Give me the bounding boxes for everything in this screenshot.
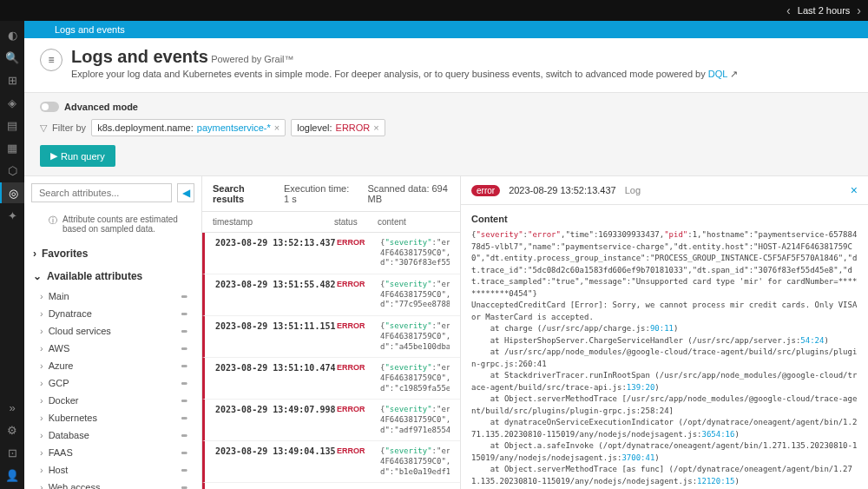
rail-icon-user[interactable]: 👤 — [0, 465, 24, 486]
chip-close-icon[interactable]: × — [274, 122, 279, 133]
detail-type: Log — [625, 185, 641, 195]
col-content[interactable]: content — [378, 217, 450, 227]
sidebar-item[interactable]: Web access••• — [30, 479, 196, 489]
page-subtitle: Powered by Grail™ — [211, 54, 293, 64]
available-attributes-section[interactable]: ⌄ Available attributes — [24, 265, 201, 287]
run-query-button[interactable]: ▶ Run query — [40, 145, 115, 167]
collapse-sidebar-button[interactable]: ◀ — [177, 183, 194, 202]
attribute-search-input[interactable] — [31, 183, 172, 202]
attributes-sidebar: ◀ ⓘ Attribute counts are estimated based… — [24, 176, 202, 489]
advanced-mode-toggle[interactable] — [40, 102, 59, 112]
play-icon: ▶ — [50, 150, 57, 162]
results-panel: Search results Execution time: 1 s Scann… — [202, 176, 460, 489]
chip-close-icon[interactable]: × — [373, 122, 378, 133]
rail-icon-host[interactable]: ⬡ — [0, 160, 24, 181]
sidebar-item[interactable]: Cloud services••• — [30, 322, 196, 340]
log-detail-panel: error 2023-08-29 13:52:13.437 Log × Cont… — [460, 176, 868, 489]
rail-icon-a[interactable]: ⊡ — [0, 442, 24, 463]
info-icon: ⓘ — [49, 215, 57, 227]
logs-icon: ≡ — [40, 49, 62, 71]
log-row[interactable]: 2023-08-29 13:51:10.474 ERROR {"severity… — [202, 358, 460, 400]
chevron-right-icon: › — [33, 248, 36, 260]
log-row[interactable]: 2023-08-29 13:51:11.151 ERROR {"severity… — [202, 316, 460, 358]
rail-icon-settings[interactable]: ⚙ — [0, 420, 24, 440]
sidebar-item[interactable]: Database••• — [30, 426, 196, 444]
rail-icon-chart[interactable]: ▦ — [0, 137, 24, 158]
filter-by-label: Filter by — [52, 122, 86, 133]
filter-chip-deployment[interactable]: k8s.deployment.name:paymentservice-* × — [91, 119, 286, 136]
sidebar-note: Attribute counts are estimated based on … — [62, 215, 191, 234]
page-description: Explore your log data and Kubernetes eve… — [71, 69, 738, 80]
sidebar-item[interactable]: Host••• — [30, 461, 196, 479]
chevron-down-icon: ⌄ — [33, 270, 42, 282]
content-heading: Content — [471, 214, 858, 224]
log-row[interactable]: 2023-08-29 13:52:13.437 ERROR {"severity… — [202, 233, 460, 274]
sidebar-item[interactable]: AWS••• — [30, 340, 196, 357]
nav-rail: ◐ 🔍 ⊞ ◈ ▤ ▦ ⬡ ◎ ✦ » ⚙ ⊡ 👤 — [0, 21, 24, 489]
sidebar-item[interactable]: FAAS••• — [30, 444, 196, 461]
topbar: ‹ Last 2 hours › — [0, 0, 868, 21]
table-header: timestamp status content — [202, 212, 460, 233]
log-content-code: {"severity":"error","time":1693309933437… — [471, 229, 858, 489]
col-timestamp[interactable]: timestamp — [213, 217, 334, 227]
severity-badge: error — [471, 185, 500, 196]
col-status[interactable]: status — [334, 217, 378, 227]
favorites-section[interactable]: › Favorites — [24, 242, 201, 265]
log-row[interactable]: 2023-08-29 13:46:04.945 ERROR {"severity… — [202, 483, 460, 489]
close-detail-icon[interactable]: × — [851, 183, 858, 197]
sidebar-item[interactable]: Docker••• — [30, 392, 196, 409]
rail-icon-logs[interactable]: ◎ — [0, 182, 24, 203]
search-results-tab[interactable]: Search results — [213, 183, 268, 204]
rail-icon-db[interactable]: ▤ — [0, 115, 24, 135]
time-prev-icon[interactable]: ‹ — [786, 3, 791, 17]
log-row[interactable]: 2023-08-29 13:51:55.482 ERROR {"severity… — [202, 274, 460, 316]
filter-chip-loglevel[interactable]: loglevel: ERROR × — [291, 119, 385, 136]
rail-icon-logo[interactable]: ◐ — [0, 24, 24, 45]
scanned-data: Scanned data: 694 MB — [368, 183, 450, 204]
page-title: Logs and events — [71, 47, 208, 66]
sidebar-item[interactable]: Dynatrace••• — [30, 305, 196, 322]
sidebar-item[interactable]: Kubernetes••• — [30, 409, 196, 426]
execution-time: Execution time: 1 s — [284, 183, 352, 204]
query-area: Advanced mode ▽ Filter by k8s.deployment… — [24, 93, 868, 176]
detail-timestamp: 2023-08-29 13:52:13.437 — [509, 185, 616, 195]
external-link-icon: ↗ — [730, 69, 738, 79]
rail-icon-search[interactable]: 🔍 — [0, 47, 24, 68]
sidebar-item[interactable]: GCP••• — [30, 374, 196, 392]
rail-icon-spark[interactable]: ✦ — [0, 205, 24, 226]
rail-icon-expand[interactable]: » — [0, 397, 24, 418]
filter-icon: ▽ — [40, 122, 47, 134]
sidebar-item[interactable]: Main••• — [30, 287, 196, 305]
rail-icon-apps[interactable]: ⊞ — [0, 69, 24, 90]
log-row[interactable]: 2023-08-29 13:49:04.135 ERROR {"severity… — [202, 441, 460, 483]
advanced-mode-label: Advanced mode — [64, 102, 138, 112]
log-row[interactable]: 2023-08-29 13:49:07.998 ERROR {"severity… — [202, 400, 460, 441]
time-range[interactable]: Last 2 hours — [798, 5, 851, 16]
dql-link[interactable]: DQL — [708, 69, 727, 79]
time-next-icon[interactable]: › — [857, 3, 861, 17]
rail-icon-cube[interactable]: ◈ — [0, 92, 24, 113]
sidebar-item[interactable]: Azure••• — [30, 357, 196, 374]
page-header: ≡ Logs and events Powered by Grail™ Expl… — [24, 38, 868, 93]
breadcrumb: Logs and events — [24, 21, 868, 38]
